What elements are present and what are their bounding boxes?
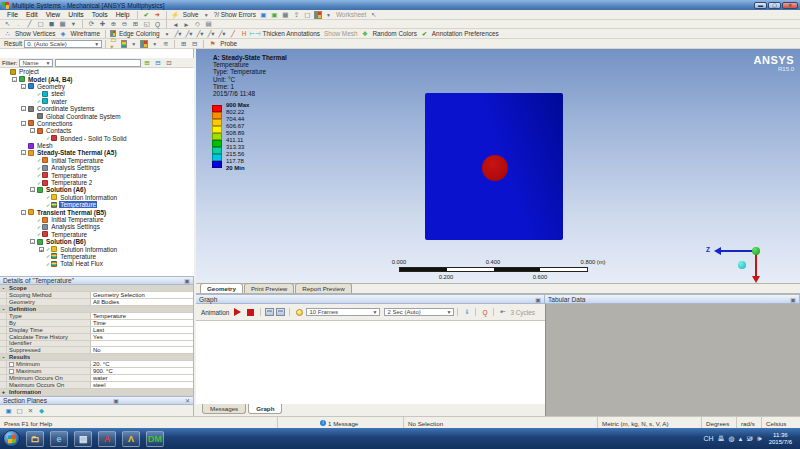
magnifier-icon[interactable]: Q	[153, 20, 162, 28]
show-vertices-button[interactable]: Show Vertices	[15, 30, 56, 37]
flip-section-plane-icon[interactable]: ◆	[37, 407, 46, 415]
random-colors-button[interactable]: Random Colors	[372, 30, 416, 37]
tree-item[interactable]: -Geometry	[0, 83, 194, 90]
tools-icon-1[interactable]: ▣	[259, 11, 268, 19]
tree-item[interactable]: ✓Solution Information	[0, 194, 194, 201]
delete-section-plane-icon[interactable]: ✕	[26, 407, 35, 415]
graph-pin-icon[interactable]: ▣	[535, 296, 541, 303]
zoom-box-icon[interactable]: ⊞	[131, 20, 140, 28]
annotation-preferences-button[interactable]: Annotation Preferences	[432, 30, 499, 37]
thickness-h-icon[interactable]: H	[240, 30, 249, 38]
tree-expand-icon[interactable]: -	[21, 84, 26, 89]
details-checkbox[interactable]	[9, 362, 14, 367]
details-value[interactable]: Last	[91, 327, 193, 333]
menu-tools[interactable]: Tools	[88, 11, 112, 18]
tab-geometry[interactable]: Geometry	[200, 283, 243, 293]
dock-tab-graph[interactable]: Graph	[248, 404, 282, 414]
menu-help[interactable]: Help	[112, 11, 134, 18]
tree-expand-icon[interactable]: -	[21, 106, 26, 111]
tab-print-preview[interactable]: Print Preview	[244, 283, 294, 293]
model-body-steel[interactable]	[482, 155, 508, 181]
edges-display-icon[interactable]	[140, 40, 148, 48]
update-contours-icon[interactable]	[296, 309, 303, 316]
tree-item[interactable]: -Solution (B6)	[0, 238, 194, 245]
fit-view-icon[interactable]: ◱	[142, 20, 151, 28]
tree-expand-icon[interactable]: +	[39, 247, 44, 252]
tree-item[interactable]: ✓Temperature	[0, 201, 194, 208]
previous-view-icon[interactable]: ◄	[171, 20, 180, 28]
minimize-button[interactable]: ▬	[754, 2, 767, 9]
edge-coloring-dropdown-icon[interactable]: ▼	[163, 30, 172, 38]
export-video-icon[interactable]: ⇓	[462, 308, 471, 316]
tree-item[interactable]: ✓water	[0, 98, 194, 105]
contour-bands-icon[interactable]	[121, 40, 127, 48]
tree-options-icon[interactable]: ⊡	[164, 59, 173, 67]
pan-icon[interactable]: ✚	[98, 20, 107, 28]
play-button[interactable]	[234, 308, 241, 316]
wireframe-button[interactable]: Wireframe	[71, 30, 100, 37]
zoom-time-icon[interactable]: Q	[480, 308, 489, 316]
box-select-icon[interactable]: ▦	[58, 20, 67, 28]
tree-item[interactable]: +✓Solution Information	[0, 245, 194, 252]
viewports-icon[interactable]: ▤	[204, 20, 213, 28]
tree-item[interactable]: Mesh	[0, 142, 194, 149]
details-value[interactable]: All Bodies	[91, 299, 193, 305]
result-sets-icon[interactable]	[276, 308, 285, 316]
taskbar-ie-icon[interactable]: e	[50, 431, 68, 447]
show-mesh-button[interactable]: Show Mesh	[324, 30, 357, 37]
tools-icon-3[interactable]: ▦	[281, 11, 290, 19]
duration-select[interactable]: 2 Sec (Auto)▼	[384, 308, 454, 316]
details-row[interactable]: SuppressedNo	[0, 347, 193, 354]
tree-item[interactable]: ✓Temperature	[0, 231, 194, 238]
next-view-icon[interactable]: ►	[182, 20, 191, 28]
zoom-in-icon[interactable]: ⊕	[109, 20, 118, 28]
tools-icon-2[interactable]: ▣	[270, 11, 279, 19]
details-value[interactable]: Geometry Selection	[91, 292, 193, 298]
tree-item[interactable]: -Connections	[0, 120, 194, 127]
select-edge-icon[interactable]: ╱	[25, 20, 34, 28]
filter-input[interactable]	[55, 59, 141, 67]
details-row[interactable]: Identifier	[0, 341, 193, 348]
tree-item[interactable]: -Solution (A6)	[0, 186, 194, 193]
taskbar-dm-icon[interactable]: DM	[146, 431, 164, 447]
tree-item[interactable]: -Coordinate Systems	[0, 105, 194, 112]
tree-expand-icon[interactable]: -	[21, 121, 26, 126]
details-value[interactable]: water	[91, 375, 193, 381]
select-vertex-icon[interactable]: ∙	[14, 20, 23, 28]
tray-update-icon[interactable]: ◍	[729, 435, 735, 443]
tree-expand-icon[interactable]: -	[30, 239, 35, 244]
tree-item[interactable]: ✓Bonded - Solid To Solid	[0, 135, 194, 142]
section-planes-pin-icon[interactable]: ▣	[113, 397, 119, 404]
tree-item[interactable]: -Steady-State Thermal (A5)	[0, 149, 194, 156]
dock-tab-messages[interactable]: Messages	[202, 404, 246, 414]
tree-item[interactable]: ✓Temperature	[0, 171, 194, 178]
details-row[interactable]: Maximum900. °C	[0, 368, 193, 375]
tray-printer-icon[interactable]: 🖶	[718, 435, 725, 442]
select-body-icon[interactable]: ◼	[47, 20, 56, 28]
edge-direction-icon-2[interactable]: ╱▾	[185, 30, 194, 38]
section-expand-icon[interactable]: +	[0, 389, 7, 395]
tree-item[interactable]: ✓Temperature	[0, 253, 194, 260]
filter-select[interactable]: Name▼	[19, 59, 53, 67]
taskbar-clock[interactable]: 11:36 2015/7/6	[769, 432, 792, 446]
edge-probe-icon[interactable]: ╱	[229, 30, 238, 38]
frames-select[interactable]: 10 Frames▼	[306, 308, 380, 316]
graph-canvas[interactable]	[196, 321, 545, 404]
taskbar-acrobat-icon[interactable]: A	[98, 431, 116, 447]
thicken-annotations-button[interactable]: Thicken Annotations	[263, 30, 321, 37]
select-pointer-icon[interactable]: ↖	[3, 20, 12, 28]
edge-direction-icon-1[interactable]: ╱▾	[174, 30, 183, 38]
max-annotation-icon[interactable]: ⊞	[179, 40, 188, 48]
tabular-pin-icon[interactable]: ▣	[790, 296, 796, 303]
show-errors-button[interactable]: ?/ Show Errors	[214, 11, 256, 18]
section-planes-close-icon[interactable]: ✕	[185, 397, 190, 404]
details-row[interactable]: Scoping MethodGeometry Selection	[0, 292, 193, 299]
zoom-out-icon[interactable]: ⊖	[120, 20, 129, 28]
details-value[interactable]: steel	[91, 382, 193, 388]
edges-dropdown-icon[interactable]: ▼	[150, 40, 159, 48]
tree-item[interactable]: ✓steel	[0, 90, 194, 97]
details-row[interactable]: TypeTemperature	[0, 313, 193, 320]
details-row[interactable]: Display TimeLast	[0, 327, 193, 334]
menu-file[interactable]: File	[3, 11, 22, 18]
tree-item[interactable]: ✓Analysis Settings	[0, 164, 194, 171]
